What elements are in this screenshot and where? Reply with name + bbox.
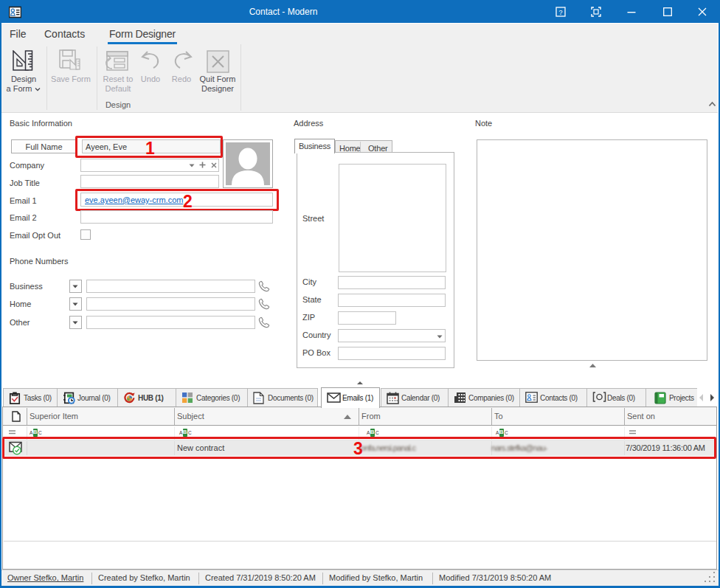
- svg-text:?: ?: [558, 9, 562, 16]
